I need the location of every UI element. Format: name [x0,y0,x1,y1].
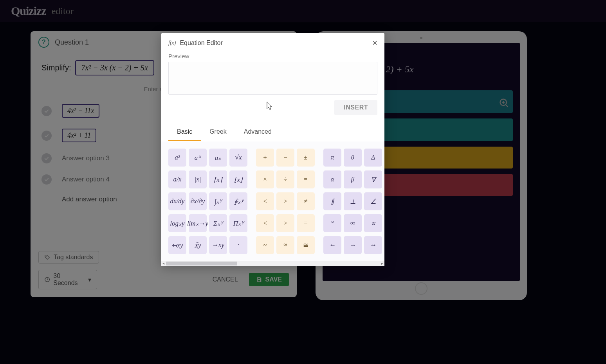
tab-greek[interactable]: Greek [201,124,235,141]
orange-key-3-2[interactable]: ≡ [297,214,315,232]
greek-key-1-0[interactable]: α [323,170,341,188]
fx-icon: f(x) [168,40,176,46]
scroll-thumb[interactable] [166,262,237,265]
greek-key-3-1[interactable]: ∞ [344,214,362,232]
purple-key-1-3[interactable]: ⌊x⌋ [229,170,247,188]
purple-key-2-0[interactable]: dx/dy [168,192,186,210]
equation-editor-modal: f(x) Equation Editor × Preview INSERT Ba… [161,33,384,266]
purple-key-2-1[interactable]: ∂x/∂y [189,192,207,210]
orange-key-1-1[interactable]: ÷ [276,170,294,188]
greek-key-0-0[interactable]: π [323,149,341,167]
orange-key-0-2[interactable]: ± [297,149,315,167]
greek-key-2-2[interactable]: ∠ [364,192,382,210]
orange-key-4-2[interactable]: ≅ [297,236,315,254]
purple-key-0-2[interactable]: aₓ [209,149,227,167]
orange-key-2-1[interactable]: > [276,192,294,210]
keypad: a²aˣaₓ√xa/x|x|⌈x⌉⌊x⌋dx/dy∂x/∂y∫ₓʸ∮ₓʸlogₓ… [161,142,384,261]
greek-key-1-1[interactable]: β [344,170,362,188]
purple-key-1-2[interactable]: ⌈x⌉ [209,170,227,188]
insert-button[interactable]: INSERT [334,100,377,115]
greek-key-2-0[interactable]: ‖ [323,192,341,210]
purple-key-2-3[interactable]: ∮ₓʸ [229,192,247,210]
orange-key-3-1[interactable]: ≥ [276,214,294,232]
tab-basic[interactable]: Basic [168,124,201,141]
scroll-left-icon[interactable]: ◂ [161,261,166,265]
close-icon[interactable]: × [372,39,377,47]
orange-key-4-1[interactable]: ≈ [276,236,294,254]
purple-key-2-2[interactable]: ∫ₓʸ [209,192,227,210]
greek-key-3-0[interactable]: ° [323,214,341,232]
greek-key-1-2[interactable]: ∇ [364,170,382,188]
orange-key-3-0[interactable]: ≤ [256,214,274,232]
preview-label: Preview [168,53,377,59]
scroll-right-icon[interactable]: ▸ [380,261,384,265]
orange-key-0-1[interactable]: − [276,149,294,167]
purple-key-4-1[interactable]: x̄y [189,236,207,254]
orange-key-4-0[interactable]: ~ [256,236,274,254]
greek-key-0-1[interactable]: θ [344,149,362,167]
orange-key-1-0[interactable]: × [256,170,274,188]
purple-key-1-0[interactable]: a/x [168,170,186,188]
orange-key-2-2[interactable]: ≠ [297,192,315,210]
purple-key-0-0[interactable]: a² [168,149,186,167]
purple-key-3-3[interactable]: Πₓʸ [229,214,247,232]
orange-key-2-0[interactable]: < [256,192,274,210]
purple-key-4-0[interactable]: ↤xy [168,236,186,254]
greek-key-4-0[interactable]: ← [323,236,341,254]
orange-key-1-2[interactable]: = [297,170,315,188]
keypad-tabs: Basic Greek Advanced [161,124,384,142]
greek-key-4-1[interactable]: → [344,236,362,254]
purple-key-0-3[interactable]: √x [229,149,247,167]
purple-key-4-3[interactable]: · [229,236,247,254]
equation-preview-input[interactable] [168,62,377,95]
greek-key-4-2[interactable]: ↔ [364,236,382,254]
purple-key-3-0[interactable]: logₓy [168,214,186,232]
greek-key-3-2[interactable]: ∝ [364,214,382,232]
purple-key-0-1[interactable]: aˣ [189,149,207,167]
tab-advanced[interactable]: Advanced [235,124,280,141]
greek-key-0-2[interactable]: Δ [364,149,382,167]
purple-key-3-2[interactable]: Σₓʸ [209,214,227,232]
purple-key-1-1[interactable]: |x| [189,170,207,188]
greek-key-2-1[interactable]: ⊥ [344,192,362,210]
purple-key-4-2[interactable]: →xy [209,236,227,254]
purple-key-3-1[interactable]: limₓ→y [189,214,207,232]
keypad-scrollbar[interactable]: ◂ ▸ [161,261,384,266]
modal-title: Equation Editor [180,39,222,47]
orange-key-0-0[interactable]: + [256,149,274,167]
